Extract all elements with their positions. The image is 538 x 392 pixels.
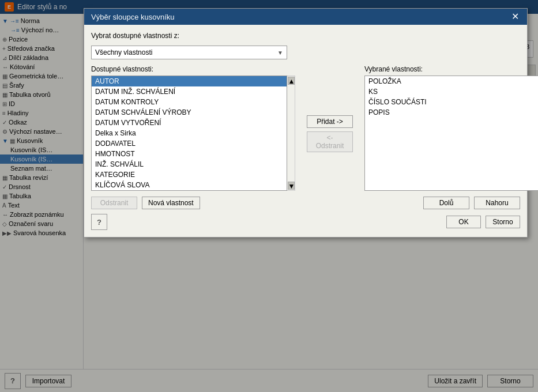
mid-buttons: Přidat -> <- Odstranit [302,77,358,191]
dialog-body: Vybrat dostupné vlastnosti z: Všechny vl… [84,25,527,237]
select-label: Vybrat dostupné vlastnosti z: [91,32,179,40]
select-arrow-icon: ▼ [277,50,283,56]
dialog-title-bar: Výběr sloupce kusovníku ✕ [84,9,527,25]
selected-section: Vybrané vlastnosti: POLOŽKA KS ČÍSLO SOU… [364,65,538,191]
dropdown-row: Všechny vlastnosti ▼ [91,46,520,59]
available-label: Dostupné vlastnosti: [91,65,295,73]
new-property-button[interactable]: Nová vlastnost [142,197,200,209]
available-list[interactable]: AUTOR DATUM INŽ. SCHVÁLENÍ DATUM KONTROL… [91,76,287,191]
dialog-actions: Odstranit Nová vlastnost Dolů Nahoru [91,197,520,209]
dialog-close-button[interactable]: ✕ [510,12,520,21]
selected-list[interactable]: POLOŽKA KS ČÍSLO SOUČÁSTI POPIS [364,76,538,191]
list-item-datum-vytvoreni[interactable]: DATUM VYTVOŘENÍ [92,118,287,128]
list-item-datum-inz[interactable]: DATUM INŽ. SCHVÁLENÍ [92,86,287,97]
up-button[interactable]: Nahoru [474,197,520,209]
dialog-title-text: Výběr sloupce kusovníku [91,13,175,21]
dialog-right-actions: Dolů Nahoru [423,197,520,209]
list-item-komentare[interactable]: KOMENTÁŘE [92,190,287,191]
select-value: Všechny vlastnosti [95,48,152,56]
list-item-datum-kontroly[interactable]: DATUM KONTROLY [92,97,287,107]
add-button[interactable]: Přidat -> [307,115,353,128]
list-item-klicova-slova[interactable]: KLÍČOVÁ SLOVA [92,180,287,190]
scroll-up-icon[interactable]: ▲ [288,77,295,85]
selected-item-cislo[interactable]: ČÍSLO SOUČÁSTI [365,97,538,107]
property-select[interactable]: Všechny vlastnosti ▼ [91,46,287,59]
lists-row: Dostupné vlastnosti: AUTOR DATUM INŽ. SC… [91,65,520,191]
selected-item-ks[interactable]: KS [365,86,538,97]
down-button[interactable]: Dolů [423,197,469,209]
app-window: E Editor stylů a no ▼ →≡ Norma →≡ Výchoz… [0,0,538,392]
selected-item-popis[interactable]: POPIS [365,107,538,118]
ok-button[interactable]: OK [446,216,481,228]
ok-cancel-row: ? OK Storno [91,214,520,230]
list-item-datum-schvaleni[interactable]: DATUM SCHVÁLENÍ VÝROBY [92,107,287,118]
list-item-kategorie[interactable]: KATEGORIE [92,169,287,180]
selected-label: Vybrané vlastnosti: [364,65,538,73]
list-item-hmotnost[interactable]: HMOTNOST [92,149,287,159]
list-item-autor[interactable]: AUTOR [92,76,287,86]
selected-item-polozka[interactable]: POLOŽKA [365,76,538,86]
scroll-down-icon[interactable]: ▼ [288,182,295,190]
available-section: Dostupné vlastnosti: AUTOR DATUM INŽ. SC… [91,65,295,191]
dialog-kusovnik: Výběr sloupce kusovníku ✕ Vybrat dostupn… [84,8,528,238]
delete-button[interactable]: Odstranit [91,197,137,209]
remove-button[interactable]: <- Odstranit [307,131,353,152]
list-item-dodavatel[interactable]: DODAVATEL [92,138,287,149]
dialog-help-button[interactable]: ? [91,214,107,230]
list-item-inz-schvalil[interactable]: INŽ. SCHVÁLIL [92,159,287,169]
list-item-delka[interactable]: Delka x Sirka [92,128,287,138]
dialog-cancel-button[interactable]: Storno [486,216,520,228]
select-row: Vybrat dostupné vlastnosti z: [91,32,520,40]
